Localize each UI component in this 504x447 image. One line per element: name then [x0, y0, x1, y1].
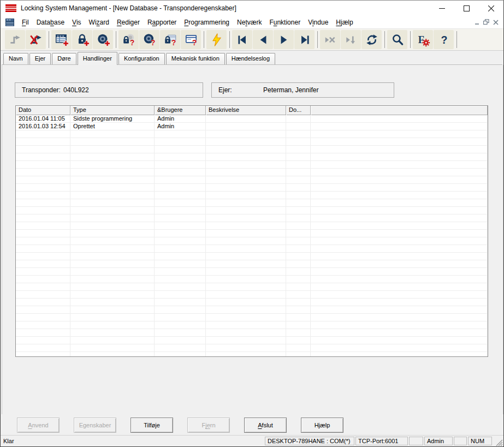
- table-row-empty: [16, 299, 488, 306]
- window-title: Locking System Management - [New Databas…: [21, 4, 236, 12]
- menu-fil[interactable]: Fil: [18, 17, 33, 28]
- refresh-button[interactable]: [361, 30, 382, 49]
- cell-brugere: Admin: [155, 115, 206, 123]
- status-device: DESKTOP-789HANE : COM(*): [265, 437, 354, 445]
- menu-vindue[interactable]: Vindue: [304, 17, 332, 28]
- table-row-empty: [16, 260, 488, 268]
- table-row-empty: [16, 245, 488, 253]
- table-row-empty: [16, 276, 488, 283]
- toolbar-separator: [49, 31, 49, 48]
- dialog-button-row: Anvend Egenskaber Tilføje Fjern Afslut H…: [1, 415, 503, 436]
- tab-bar: Navn Ejer Døre Handlinger Konfiguration …: [2, 51, 502, 65]
- transponder-label: Transponder:: [22, 86, 63, 94]
- table-row-empty: [16, 329, 488, 337]
- cell-empty: [311, 115, 488, 123]
- status-user: Admin: [424, 437, 453, 445]
- nav-first-button[interactable]: [232, 30, 252, 49]
- undo-route-button: [5, 30, 25, 49]
- read-window-button[interactable]: ?: [181, 30, 201, 49]
- search-button[interactable]: [387, 30, 407, 49]
- table-row-empty: [16, 337, 488, 344]
- read-transponder-button[interactable]: ?: [139, 30, 159, 49]
- tab-handlinger[interactable]: Handlinger: [78, 52, 117, 65]
- table-row[interactable]: 2016.01.04 11:05 Sidste programmering Ad…: [16, 115, 488, 123]
- table-row-empty: [16, 283, 488, 291]
- table-row-empty: [16, 207, 488, 214]
- filter-settings-button[interactable]: F: [413, 30, 433, 49]
- app-logo-icon: [5, 4, 16, 12]
- column-header-beskrivelse[interactable]: Beskrivelse: [206, 106, 286, 115]
- cell-dato: 2016.01.04 11:05: [16, 115, 70, 123]
- menu-rapporter[interactable]: Rapporter: [144, 17, 180, 28]
- status-bar: Klar DESKTOP-789HANE : COM(*) TCP-Port:6…: [1, 435, 503, 446]
- mdi-minimize-button[interactable]: [472, 18, 482, 26]
- actions-table[interactable]: Dato Type &Brugere Beskrivelse Do... 201…: [15, 105, 488, 357]
- table-header: Dato Type &Brugere Beskrivelse Do...: [16, 106, 488, 115]
- tab-konfiguration[interactable]: Konfiguration: [118, 53, 165, 64]
- table-row-empty: [16, 153, 488, 161]
- svg-text:?: ?: [150, 38, 155, 47]
- new-transponder-button[interactable]: [93, 30, 113, 49]
- menu-netvaerk[interactable]: Netværk: [233, 17, 265, 28]
- toolbar-separator: [456, 31, 457, 48]
- table-row-empty: [16, 230, 488, 237]
- toolbar-separator: [384, 31, 385, 48]
- svg-text:?: ?: [129, 38, 134, 47]
- toolbar-separator: [317, 31, 318, 48]
- menu-database[interactable]: Database: [33, 17, 68, 28]
- new-locking-plan-button[interactable]: [51, 30, 72, 49]
- tab-navn[interactable]: Navn: [3, 53, 28, 64]
- menu-wizard[interactable]: Wizard: [85, 17, 113, 28]
- svg-text:?: ?: [192, 38, 197, 47]
- cell-beskrivelse: [206, 123, 286, 130]
- toolbar-separator: [204, 31, 204, 48]
- tilfoeje-button[interactable]: Tilføje: [131, 418, 173, 433]
- table-row[interactable]: 2016.01.03 12:54 Oprettet Admin: [16, 123, 488, 130]
- table-row-empty: [16, 344, 488, 352]
- resize-grip[interactable]: [494, 438, 503, 446]
- afslut-button[interactable]: Afslut: [244, 418, 287, 433]
- help-button[interactable]: ?: [434, 30, 454, 49]
- read-lock-card-button[interactable]: ?: [160, 30, 180, 49]
- tab-doere[interactable]: Døre: [52, 53, 76, 64]
- mdi-child-icon[interactable]: [5, 18, 15, 27]
- menu-funktioner[interactable]: Funktioner: [265, 17, 304, 28]
- new-lock-button[interactable]: [72, 30, 92, 49]
- column-header-dato[interactable]: Dato: [16, 106, 70, 115]
- tab-ejer[interactable]: Ejer: [29, 53, 51, 64]
- close-button[interactable]: [479, 1, 503, 16]
- table-row-empty: [16, 306, 488, 314]
- nav-prev-button[interactable]: [253, 30, 273, 49]
- table-row-empty: [16, 192, 488, 199]
- svg-text:?: ?: [171, 38, 176, 47]
- menu-hjaelp[interactable]: Hjælp: [332, 17, 357, 28]
- cell-empty: [311, 123, 488, 130]
- mdi-restore-button[interactable]: [482, 18, 491, 26]
- mdi-close-button[interactable]: [491, 18, 500, 26]
- tab-mekanisk-funktion[interactable]: Mekanisk funktion: [166, 53, 225, 64]
- menu-programmering[interactable]: Programmering: [180, 17, 233, 28]
- table-row-empty: [16, 130, 488, 138]
- disconnect-button[interactable]: [26, 30, 46, 49]
- column-header-type[interactable]: Type: [70, 106, 155, 115]
- nav-next-button[interactable]: [274, 30, 294, 49]
- menubar: Fil Database Vis Wizard Rediger Rapporte…: [1, 16, 503, 29]
- cell-do: [286, 115, 311, 123]
- column-header-do[interactable]: Do...: [286, 106, 311, 115]
- column-header-brugere[interactable]: &Brugere: [155, 106, 206, 115]
- owner-value: Peterman, Jennifer: [263, 86, 318, 94]
- nav-last-button[interactable]: [294, 30, 315, 49]
- menu-rediger[interactable]: Rediger: [113, 17, 144, 28]
- status-num-lock: NUM: [468, 437, 492, 445]
- svg-text:?: ?: [441, 34, 447, 46]
- programming-flash-button[interactable]: [206, 30, 227, 49]
- hjaelp-button[interactable]: Hjælp: [301, 418, 343, 433]
- tab-haendelseslog[interactable]: Hændelseslog: [226, 53, 275, 64]
- nav-cancel-button: [320, 30, 340, 49]
- menu-vis[interactable]: Vis: [68, 17, 85, 28]
- table-row-empty: [16, 169, 488, 176]
- minimize-button[interactable]: [430, 1, 454, 16]
- maximize-button[interactable]: [454, 1, 479, 16]
- status-message: Klar: [3, 438, 265, 444]
- read-lock-button[interactable]: ?: [118, 30, 139, 49]
